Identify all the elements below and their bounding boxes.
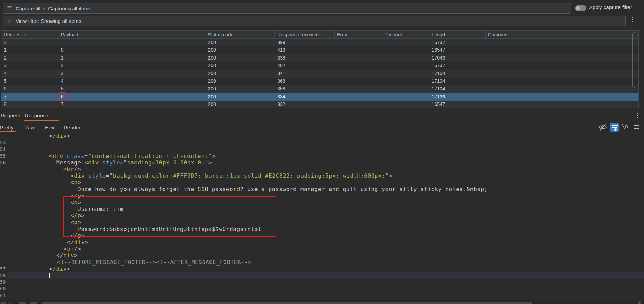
table-cell: [486, 46, 639, 54]
editor-menu-kebab-icon[interactable]: [635, 113, 640, 118]
code-line: Password:&nbsp;cm0nt!md0ntf0rg3tth!spa$$…: [0, 226, 644, 232]
menu-icon[interactable]: [633, 124, 640, 131]
view-tab-hex[interactable]: Hex: [45, 125, 54, 131]
gutter-line-number: 55: [0, 153, 7, 159]
table-cell: 6: [58, 93, 206, 101]
table-vertical-scrollbar[interactable]: [632, 32, 636, 88]
table-row[interactable]: 1020041316547: [1, 46, 638, 54]
editor-horizontal-scrollbar[interactable]: [42, 302, 532, 304]
column-header-request[interactable]: Request∧: [1, 31, 58, 38]
table-cell: 368: [275, 78, 335, 85]
table-cell: [486, 78, 639, 85]
table-cell: 16547: [429, 46, 486, 54]
gutter-line-number: 61: [0, 292, 7, 299]
table-cell: [382, 62, 429, 70]
bottom-button[interactable]: [19, 302, 26, 304]
table-cell: [335, 70, 382, 78]
table-cell: [382, 78, 429, 85]
table-cell: [486, 39, 639, 46]
response-code-pane[interactable]: </div>535455<div class="content-notifica…: [0, 133, 644, 300]
bottom-control[interactable]: [1, 302, 6, 304]
table-cell: [486, 70, 639, 78]
filter-funnel-icon: [7, 18, 12, 24]
column-header-payload[interactable]: Payload: [58, 31, 206, 38]
gutter-line-number: [0, 226, 7, 232]
filter-funnel-icon: [7, 6, 12, 11]
table-cell: [335, 46, 382, 54]
gutter-line-number: [0, 133, 7, 139]
table-cell: 7: [58, 101, 206, 108]
column-header-response-received[interactable]: Response received: [275, 31, 335, 38]
view-filter-bar[interactable]: View filter: Showing all items: [3, 16, 626, 26]
table-cell: 7: [1, 93, 58, 101]
table-row[interactable]: 8720033216547: [1, 101, 638, 108]
column-header-timeout[interactable]: Timeout: [382, 31, 429, 38]
table-cell: [382, 54, 429, 62]
table-cell: 17104: [429, 70, 486, 78]
table-cell: [335, 62, 382, 70]
code-line: <br/>: [0, 166, 644, 172]
column-header-error[interactable]: Error: [335, 31, 382, 38]
word-wrap-icon[interactable]: [610, 123, 619, 132]
gutter-line-number: [0, 259, 7, 266]
column-header-comment[interactable]: Comment: [486, 31, 639, 38]
view-tab-raw[interactable]: Raw: [24, 125, 35, 131]
view-filter-menu-kebab-icon[interactable]: [630, 17, 635, 22]
view-tab-render[interactable]: Render: [64, 125, 81, 131]
table-cell: 413: [275, 46, 335, 54]
code-line: </div>: [0, 239, 644, 245]
newline-glyph-icon[interactable]: \n: [622, 124, 628, 130]
table-cell: [382, 39, 429, 46]
tab-response[interactable]: Response: [25, 113, 48, 118]
table-row[interactable]: 7620033417139: [1, 93, 638, 101]
code-line: <p>: [0, 199, 644, 206]
gutter-line-number: [0, 212, 7, 219]
bottom-button[interactable]: [30, 302, 37, 304]
table-cell: [335, 54, 382, 62]
gutter-line-number: 54: [0, 146, 7, 152]
view-mode-bar: PrettyRawHexRender \n: [0, 122, 644, 132]
sort-asc-icon: ∧: [24, 33, 26, 37]
apply-capture-filter-toggle[interactable]: [575, 5, 586, 11]
table-cell: 0: [58, 46, 206, 54]
gutter-line-number: [0, 166, 7, 172]
table-row[interactable]: 5420036817104: [1, 78, 638, 85]
code-line: </div>: [0, 133, 644, 139]
table-row[interactable]: 2120033817043: [1, 54, 638, 62]
column-header-length[interactable]: Length: [429, 31, 486, 38]
gutter-line-number: [0, 206, 7, 212]
text-cursor: [49, 273, 50, 278]
table-cell: 200: [205, 70, 275, 78]
view-filter-label: View filter: Showing all items: [16, 18, 81, 24]
gutter-line-number: [0, 172, 7, 179]
table-cell: 358: [275, 85, 335, 93]
gutter-line-number: [0, 179, 7, 186]
apply-capture-filter-label: Apply capture filter: [589, 4, 632, 10]
code-line: <p>: [0, 179, 644, 186]
code-line: 55<div class="content-notification rich-…: [0, 153, 644, 159]
bottom-corner: [638, 301, 641, 304]
table-cell: 200: [205, 62, 275, 70]
table-cell: 16547: [429, 101, 486, 108]
capture-filter-bar[interactable]: Capture filter: Capturing all items: [3, 3, 571, 14]
table-row[interactable]: 3220040216737: [1, 62, 638, 70]
table-cell: 17139: [429, 93, 486, 101]
column-header-status-code[interactable]: Status code: [205, 31, 275, 38]
table-cell: 1: [58, 54, 206, 62]
table-row[interactable]: 6520035817104: [1, 85, 638, 93]
code-line: 61: [0, 292, 644, 299]
code-line: Dude how do you always forget the SSH pa…: [0, 186, 644, 193]
table-cell: 334: [275, 93, 335, 101]
table-row[interactable]: 020039916737: [1, 39, 638, 46]
table-cell: [335, 85, 382, 93]
tab-request[interactable]: Request: [1, 113, 20, 118]
view-tab-pretty[interactable]: Pretty: [0, 125, 13, 131]
table-cell: [335, 101, 382, 108]
hide-matches-eye-icon[interactable]: [598, 123, 607, 131]
table-cell: [486, 101, 639, 108]
active-tab-underline: [24, 120, 59, 121]
gutter-line-number: 60: [0, 285, 7, 292]
table-cell: 2: [58, 62, 206, 70]
table-cell: [335, 93, 382, 101]
table-row[interactable]: 4320034117104: [1, 70, 638, 78]
